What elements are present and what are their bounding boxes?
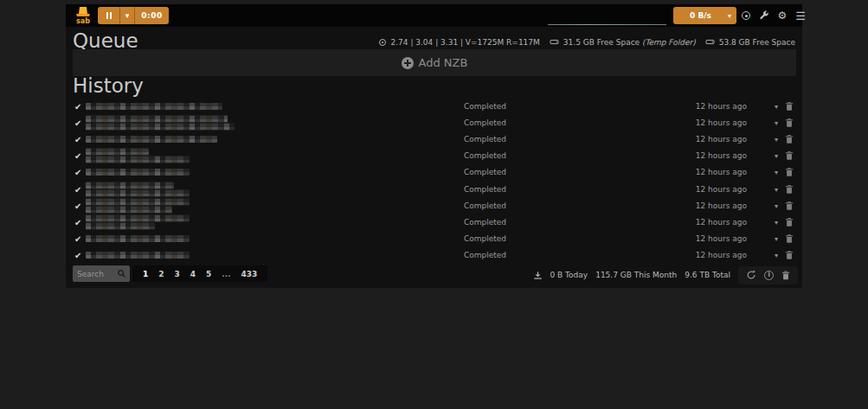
search-button[interactable] <box>117 269 130 278</box>
history-row: ✔ Completed 12 hours ago ▾ <box>66 231 802 247</box>
row-options-caret[interactable]: ▾ <box>775 185 778 193</box>
row-options-caret[interactable]: ▾ <box>775 102 778 110</box>
row-options-caret[interactable]: ▾ <box>775 169 778 176</box>
history-row: ✔ Completed 12 hours ago ▾ <box>66 131 802 147</box>
job-age: 12 hours ago <box>696 251 747 259</box>
row-options-caret[interactable]: ▾ <box>775 135 778 143</box>
page-button-1[interactable]: 1 <box>138 270 153 278</box>
job-name-censored[interactable] <box>86 252 190 259</box>
job-name-censored[interactable] <box>86 149 190 163</box>
job-status: Completed <box>464 251 506 259</box>
info-icon: i <box>764 271 774 280</box>
censored-name-line <box>86 123 235 130</box>
job-age: 12 hours ago <box>696 102 747 111</box>
delete-row-button[interactable] <box>785 201 794 210</box>
top-icon-bar: ⚙ ☰ <box>740 4 807 27</box>
row-options-caret[interactable]: ▾ <box>775 252 778 259</box>
page-button-5[interactable]: 5 <box>201 270 216 278</box>
delete-row-button[interactable] <box>785 151 794 161</box>
history-info-button[interactable]: i <box>762 269 775 282</box>
job-name-censored[interactable] <box>86 169 190 176</box>
pause-timer[interactable]: 0:00 <box>135 7 169 24</box>
job-age: 12 hours ago <box>696 234 747 243</box>
history-totals: 0 B Today 115.7 GB This Month 9.6 TB Tot… <box>533 265 799 285</box>
pause-button[interactable] <box>98 7 120 24</box>
queue-stats-bar: 2.74 | 3.04 | 3.31 | V=1725M R=117M 31.5… <box>379 37 795 47</box>
sab-logo[interactable]: sab <box>73 5 93 26</box>
page-button-4[interactable]: 4 <box>185 270 201 278</box>
history-row: ✔ Completed 12 hours ago ▾ <box>66 247 802 264</box>
history-search-input[interactable] <box>73 270 117 278</box>
status-button[interactable] <box>740 9 752 22</box>
page-button-3[interactable]: 3 <box>170 270 185 278</box>
history-actions: i <box>738 266 798 284</box>
censored-name-line <box>86 115 228 122</box>
delete-row-button[interactable] <box>785 217 794 227</box>
sab-hat-icon: sab <box>73 5 93 26</box>
page-button-433[interactable]: 433 <box>236 270 263 278</box>
gear-icon: ⚙ <box>778 10 788 22</box>
free-space-temp: 31.5 GB Free Space (Temp Folder) <box>563 38 696 47</box>
history-row: ✔ Completed 12 hours ago ▾ <box>66 148 802 164</box>
job-name-censored[interactable] <box>86 115 235 130</box>
row-options-caret[interactable]: ▾ <box>775 201 778 209</box>
job-status: Completed <box>464 135 506 144</box>
job-name-censored[interactable] <box>86 136 217 143</box>
row-options-caret[interactable]: ▾ <box>775 235 778 243</box>
job-name-censored[interactable] <box>86 103 222 110</box>
add-nzb-dropzone[interactable]: Add NZB <box>73 49 796 76</box>
main-menu-button[interactable]: ☰ <box>794 9 807 22</box>
trash-icon <box>785 234 794 244</box>
delete-row-button[interactable] <box>785 234 794 244</box>
pause-icon <box>106 12 112 19</box>
completed-check-icon: ✔ <box>74 151 81 161</box>
censored-name-line <box>86 169 190 176</box>
censored-name-line <box>86 136 217 143</box>
history-pagination: 12345...433 <box>132 265 267 282</box>
job-name-censored[interactable] <box>86 182 190 196</box>
censored-name-line <box>86 214 190 221</box>
trash-icon <box>785 151 794 161</box>
delete-row-button[interactable] <box>785 134 794 144</box>
job-age: 12 hours ago <box>696 118 747 127</box>
job-age: 12 hours ago <box>696 185 747 194</box>
speed-limit-button[interactable]: 0 B/s ▾ <box>673 7 736 24</box>
censored-name-line <box>86 182 174 189</box>
censored-name-line <box>86 235 190 242</box>
page-ellipsis: ... <box>216 270 235 278</box>
censored-name-line <box>86 189 190 196</box>
delete-row-button[interactable] <box>785 168 794 177</box>
delete-row-button[interactable] <box>785 118 794 127</box>
history-list: ✔ Completed 12 hours ago ▾ ✔ Completed 1… <box>66 98 802 264</box>
delete-row-button[interactable] <box>785 251 794 260</box>
config-gear-button[interactable]: ⚙ <box>776 9 788 22</box>
censored-name-line <box>86 149 149 156</box>
history-row: ✔ Completed 12 hours ago ▾ <box>66 114 802 131</box>
refresh-button[interactable] <box>744 268 758 282</box>
trash-icon <box>785 134 794 144</box>
job-age: 12 hours ago <box>696 135 747 144</box>
job-name-censored[interactable] <box>86 214 190 229</box>
pause-options-caret[interactable]: ▾ <box>120 7 135 24</box>
row-options-caret[interactable]: ▾ <box>775 152 778 160</box>
censored-name-line <box>86 198 190 205</box>
job-name-censored[interactable] <box>86 235 190 242</box>
row-options-caret[interactable]: ▾ <box>775 118 778 126</box>
job-name-censored[interactable] <box>86 198 190 213</box>
history-row: ✔ Completed 12 hours ago ▾ <box>66 181 802 197</box>
settings-wrench-button[interactable] <box>758 9 770 22</box>
page-button-2[interactable]: 2 <box>153 270 169 278</box>
delete-row-button[interactable] <box>785 101 794 111</box>
row-options-caret[interactable]: ▾ <box>775 218 778 226</box>
delete-row-button[interactable] <box>785 184 794 194</box>
censored-name-line <box>86 252 190 259</box>
purge-history-button[interactable] <box>780 269 792 282</box>
censored-name-line <box>86 222 155 229</box>
wrench-icon <box>759 10 769 21</box>
job-status: Completed <box>464 151 506 160</box>
job-status: Completed <box>464 118 506 127</box>
censored-name-line <box>86 157 190 163</box>
completed-check-icon: ✔ <box>74 184 81 194</box>
job-age: 12 hours ago <box>696 168 747 176</box>
hard-drive-icon <box>550 37 559 47</box>
